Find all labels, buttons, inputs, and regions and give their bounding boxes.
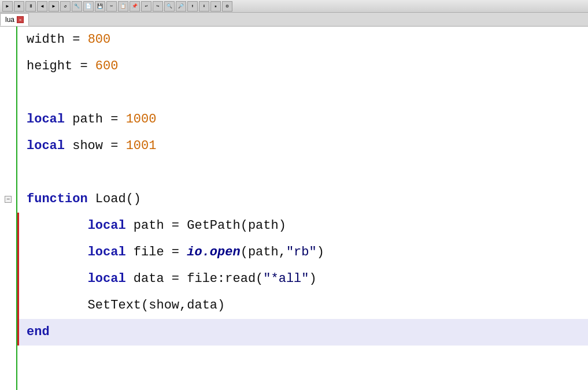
toolbar-icon-6[interactable]: ↺ xyxy=(60,1,71,12)
toolbar-icon-18[interactable]: ⬇ xyxy=(199,1,209,12)
function-block: function Load() local path = GetPath(pat… xyxy=(17,186,588,346)
toolbar-icon-8[interactable]: 📄 xyxy=(83,1,94,12)
string-all: "*all" xyxy=(263,266,309,292)
toolbar-icon-9[interactable]: 💾 xyxy=(95,1,105,12)
code-text: Load() xyxy=(88,186,141,213)
code-text: ) xyxy=(309,266,317,292)
editor-container: − width = 800 height = 600 local path = … xyxy=(0,27,588,390)
editor-empty-space xyxy=(17,346,588,390)
keyword-local: local xyxy=(27,106,65,133)
code-line-6 xyxy=(17,159,588,186)
tab-bar: lua × xyxy=(0,13,588,27)
toolbar-icon-1[interactable]: ▶ xyxy=(2,1,13,12)
code-indent xyxy=(27,239,88,266)
code-line-5: local show = 1001 xyxy=(17,133,588,159)
code-line-8: local path = GetPath(path) xyxy=(17,213,588,239)
toolbar-icon-3[interactable]: ⏸ xyxy=(25,1,36,12)
collapse-marker-function[interactable]: − xyxy=(5,196,12,203)
toolbar-icon-2[interactable]: ■ xyxy=(14,1,24,12)
toolbar-icon-14[interactable]: ↪ xyxy=(153,1,163,12)
keyword-local: local xyxy=(88,213,126,239)
code-text: path = GetPath(path) xyxy=(126,213,286,239)
toolbar-icon-10[interactable]: ✂ xyxy=(106,1,117,12)
code-text: 1001 xyxy=(126,133,157,159)
line-gutter: − xyxy=(0,27,17,390)
code-text: 800 xyxy=(88,27,111,53)
func-io-open: io.open xyxy=(187,239,240,266)
keyword-local: local xyxy=(88,239,126,266)
toolbar-icon-4[interactable]: ◀ xyxy=(37,1,47,12)
code-line-4: local path = 1000 xyxy=(17,106,588,133)
code-text: show = xyxy=(65,133,126,159)
tab-lua[interactable]: lua × xyxy=(0,13,29,26)
code-line-3 xyxy=(17,80,588,106)
code-line-2: height = 600 xyxy=(17,53,588,80)
code-line-10: local data = file:read("*all") xyxy=(17,266,588,292)
toolbar-icon-11[interactable]: 📋 xyxy=(118,1,128,12)
keyword-function: function xyxy=(27,186,88,213)
collapse-bar xyxy=(17,213,19,346)
code-indent xyxy=(27,213,88,239)
code-text: SetText(show,data) xyxy=(27,292,225,319)
toolbar-icon-19[interactable]: ★ xyxy=(210,1,221,12)
tab-label: lua xyxy=(5,16,14,24)
toolbar-icon-20[interactable]: ⚙ xyxy=(222,1,232,12)
code-line-1: width = 800 xyxy=(17,27,588,53)
keyword-local: local xyxy=(27,133,65,159)
code-line-7: function Load() xyxy=(17,186,588,213)
code-line-9: local file = io.open(path,"rb") xyxy=(17,239,588,266)
code-text: (path, xyxy=(241,239,286,266)
string-rb: "rb" xyxy=(286,239,317,266)
code-text: path = xyxy=(65,106,126,133)
keyword-local: local xyxy=(88,266,126,292)
toolbar-icon-15[interactable]: 🔍 xyxy=(164,1,175,12)
code-text: height = xyxy=(27,53,95,80)
code-text: 600 xyxy=(95,53,119,80)
code-text: 1000 xyxy=(126,106,157,133)
code-text: file = xyxy=(126,239,187,266)
keyword-end: end xyxy=(27,319,50,346)
code-line-11: SetText(show,data) xyxy=(17,292,588,319)
toolbar-icon-5[interactable]: ▶ xyxy=(49,1,59,12)
code-text: width = xyxy=(27,27,88,53)
code-line-12: end xyxy=(17,319,588,346)
toolbar-icon-17[interactable]: ⬆ xyxy=(187,1,198,12)
toolbar-icon-12[interactable]: 📌 xyxy=(130,1,140,12)
code-text: ) xyxy=(317,239,324,266)
toolbar: ▶ ■ ⏸ ◀ ▶ ↺ 🔧 📄 💾 ✂ 📋 📌 ↩ ↪ 🔍 🔎 ⬆ ⬇ ★ ⚙ xyxy=(0,0,588,13)
toolbar-icon-16[interactable]: 🔎 xyxy=(176,1,186,12)
toolbar-icon-13[interactable]: ↩ xyxy=(141,1,151,12)
code-indent xyxy=(27,266,88,292)
code-area[interactable]: width = 800 height = 600 local path = 10… xyxy=(17,27,588,390)
tab-close-button[interactable]: × xyxy=(17,16,24,23)
toolbar-icon-7[interactable]: 🔧 xyxy=(72,1,82,12)
code-text: data = file:read( xyxy=(126,266,264,292)
